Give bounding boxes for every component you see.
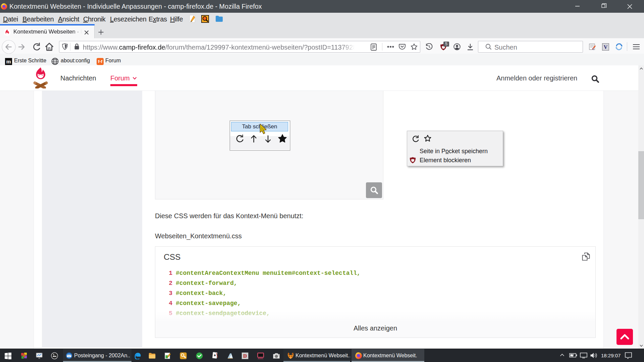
svg-text:♠: ♠ — [214, 353, 216, 357]
svg-text:V: V — [604, 44, 608, 50]
svg-text:D: D — [243, 353, 247, 359]
